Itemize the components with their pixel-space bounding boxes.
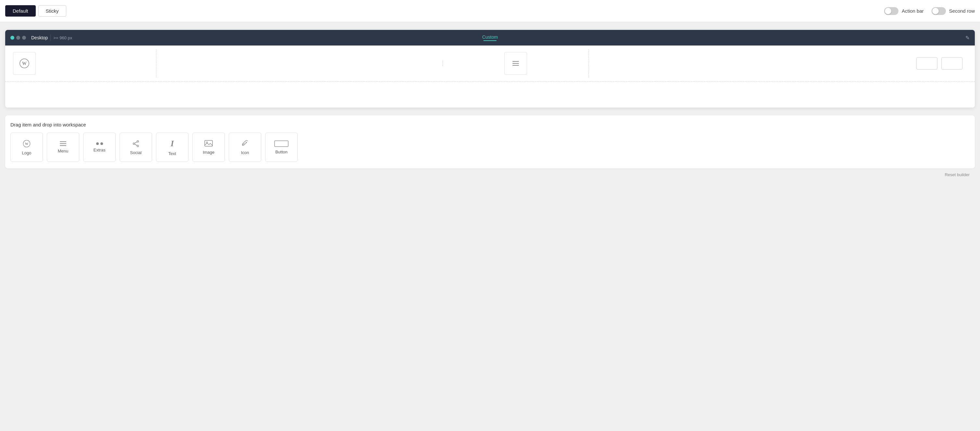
drag-extras-label: Extras [94, 148, 106, 153]
edit-icon[interactable]: ✎ [966, 35, 970, 41]
drag-logo-icon: W [22, 140, 31, 148]
wordpress-icon: W [19, 58, 30, 68]
drag-section: Drag item and drop into workspace W Logo… [5, 115, 975, 169]
main-content: Desktop >= 960 px Custom ✎ [0, 22, 980, 189]
device-label: Desktop [31, 35, 48, 40]
top-bar: Default Sticky Action bar Second row [0, 0, 980, 22]
action-bar-toggle[interactable] [884, 7, 899, 15]
reset-builder-button[interactable]: Reset builder [945, 172, 970, 177]
drag-item-icon[interactable]: Icon [229, 133, 261, 162]
drag-menu-icon [60, 142, 66, 146]
preview-header-inner: Desktop >= 960 px Custom ✎ [10, 35, 970, 41]
tab-default[interactable]: Default [5, 5, 36, 17]
drag-image-icon [204, 140, 213, 147]
svg-point-5 [133, 143, 135, 144]
empty-row-area [5, 81, 975, 108]
drag-button-label: Button [275, 149, 288, 154]
nav-right-space [589, 61, 791, 66]
drag-item-button[interactable]: Button [265, 133, 298, 162]
drag-text-label: Text [168, 151, 176, 156]
drag-image-label: Image [203, 150, 215, 155]
svg-line-7 [135, 142, 137, 143]
svg-rect-9 [205, 140, 213, 146]
drag-social-label: Social [130, 150, 142, 155]
drag-item-menu[interactable]: Menu [47, 133, 79, 162]
drag-text-icon: I [170, 139, 174, 148]
toggle-second-row: Second row [932, 7, 975, 15]
drag-extras-icon [96, 142, 103, 145]
nav-buttons-section [791, 55, 970, 72]
dot-red [22, 36, 26, 40]
drag-title: Drag item and drop into workspace [10, 122, 970, 127]
second-row-label: Second row [949, 8, 975, 14]
drag-icon-label: Icon [241, 150, 249, 155]
nav-middle-section [156, 61, 443, 66]
drag-button-icon [274, 140, 288, 147]
svg-text:W: W [25, 142, 29, 146]
drag-logo-label: Logo [22, 151, 32, 155]
drag-menu-label: Menu [58, 148, 68, 153]
drag-items: W Logo Menu Extras [10, 133, 970, 162]
svg-line-8 [135, 144, 137, 145]
nav-logo-section: W [10, 49, 156, 77]
separator [50, 35, 51, 41]
drag-item-extras[interactable]: Extras [83, 133, 116, 162]
toggle-group: Action bar Second row [884, 7, 975, 15]
size-label: >= 960 px [53, 35, 72, 40]
reset-bar: Reset builder [5, 169, 975, 181]
preview-tab-underline [484, 40, 496, 41]
drag-icon-icon [241, 140, 249, 148]
nav-area: W [5, 46, 975, 81]
dot-yellow [16, 36, 20, 40]
toggle-action-bar: Action bar [884, 7, 924, 15]
second-row-toggle[interactable] [932, 7, 946, 15]
tab-sticky[interactable]: Sticky [38, 5, 66, 17]
dot-green [10, 36, 14, 40]
drag-social-icon [132, 140, 140, 148]
action-bar-label: Action bar [902, 8, 924, 14]
drag-item-text[interactable]: I Text [156, 133, 188, 162]
svg-point-6 [137, 145, 139, 146]
drag-item-image[interactable]: Image [192, 133, 225, 162]
preview-card: Desktop >= 960 px Custom ✎ [5, 30, 975, 108]
drag-item-logo[interactable]: W Logo [10, 133, 43, 162]
preview-header: Desktop >= 960 px Custom ✎ [5, 30, 975, 46]
nav-menu-box[interactable] [504, 52, 527, 75]
window-dots [10, 36, 26, 40]
nav-menu-section [443, 49, 589, 77]
preview-tab-label: Custom [482, 35, 498, 40]
preview-tab: Custom [482, 35, 498, 41]
nav-button-1[interactable] [916, 57, 937, 70]
hamburger-icon [512, 61, 519, 66]
svg-text:W: W [22, 61, 27, 66]
drag-item-social[interactable]: Social [119, 133, 152, 162]
svg-point-4 [137, 140, 139, 142]
nav-logo-box[interactable]: W [13, 52, 36, 75]
nav-button-2[interactable] [941, 57, 963, 70]
